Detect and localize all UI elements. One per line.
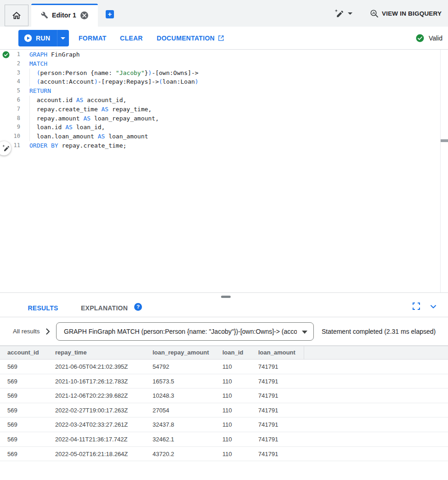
run-label: RUN bbox=[36, 34, 51, 42]
code-token: AS bbox=[83, 115, 91, 122]
help-icon[interactable]: ? bbox=[134, 303, 142, 311]
code-token: loan.id bbox=[29, 124, 65, 131]
dropdown-caret-icon bbox=[302, 331, 307, 334]
tab-results[interactable]: RESULTS bbox=[17, 300, 69, 316]
run-options-button[interactable] bbox=[57, 30, 69, 46]
table-cell: 569 bbox=[7, 447, 55, 461]
wrench-icon bbox=[41, 11, 48, 19]
magic-pen-icon bbox=[2, 144, 10, 152]
table-cell: 16573.5 bbox=[153, 374, 222, 389]
validation-status: Valid bbox=[416, 30, 442, 46]
code-line[interactable]: (account:Account)-[repay:Repays]->(loan:… bbox=[29, 77, 440, 86]
code-token bbox=[29, 78, 37, 85]
code-line[interactable]: repay.amount AS loan_repay_amount, bbox=[29, 114, 440, 123]
table-row: 5692022-05-02T16:21:18.264Z43720.2110741… bbox=[0, 447, 448, 462]
code-token bbox=[29, 69, 37, 76]
table-cell-spacer bbox=[304, 374, 448, 389]
line-number: 7 bbox=[0, 105, 27, 114]
code-token: account.id bbox=[29, 97, 76, 103]
play-icon bbox=[24, 34, 32, 42]
code-line[interactable]: MATCH bbox=[29, 59, 440, 69]
editor-scrollbar[interactable] bbox=[440, 50, 448, 292]
table-cell: 569 bbox=[7, 389, 55, 403]
code-line[interactable]: loan.loan_amount AS loan_amount bbox=[29, 132, 440, 141]
fullscreen-icon[interactable] bbox=[412, 302, 420, 310]
line-number: 8 bbox=[0, 114, 27, 123]
results-panel-header: RESULTS EXPLANATION ? bbox=[0, 293, 448, 317]
code-token: ) bbox=[94, 78, 98, 85]
format-button[interactable]: FORMAT bbox=[79, 30, 107, 46]
code-token: AS bbox=[65, 124, 73, 131]
external-link-icon bbox=[218, 35, 224, 41]
table-row: 5692022-02-27T19:00:17.263Z2705411074179… bbox=[0, 403, 448, 418]
table-cell-spacer bbox=[304, 417, 448, 432]
table-cell: 110 bbox=[222, 403, 258, 417]
column-header: repay_time bbox=[55, 346, 153, 359]
code-token: "Jacoby" bbox=[116, 69, 145, 76]
table-row: 5692022-03-24T02:33:27.261Z32437.8110741… bbox=[0, 417, 448, 432]
table-cell: 110 bbox=[222, 360, 258, 374]
code-token: repay.create_time bbox=[29, 106, 102, 113]
documentation-link[interactable]: DOCUMENTATION bbox=[157, 30, 224, 46]
code-line[interactable]: ORDER BY repay.create_time; bbox=[29, 141, 440, 150]
line-number: 5 bbox=[0, 86, 27, 96]
table-row: 5692021-10-16T17:26:12.783Z16573.5110741… bbox=[0, 374, 448, 389]
column-header: loan_repay_amount bbox=[153, 346, 222, 359]
table-cell: 741791 bbox=[258, 403, 304, 417]
table-cell: 43720.2 bbox=[153, 447, 222, 461]
table-cell: 2022-02-27T19:00:17.263Z bbox=[55, 403, 153, 417]
code-line[interactable]: (person:Person {name: "Jacoby"})-[own:Ow… bbox=[29, 69, 440, 78]
query-selector-row: All results GRAPH FinGraph MATCH (person… bbox=[0, 317, 448, 346]
gemini-edit-button[interactable] bbox=[0, 141, 11, 155]
table-cell: 569 bbox=[7, 360, 55, 374]
table-cell-spacer bbox=[304, 432, 448, 446]
code-token: repay.amount bbox=[29, 115, 83, 122]
query-dropdown[interactable]: GRAPH FinGraph MATCH (person:Person {nam… bbox=[56, 322, 314, 341]
code-token: loan_amount bbox=[105, 133, 148, 140]
editor-toolbar: RUN FORMAT CLEAR DOCUMENTATION Valid bbox=[0, 27, 448, 50]
code-token: MATCH bbox=[29, 60, 47, 67]
tab-explanation[interactable]: EXPLANATION bbox=[75, 300, 134, 316]
table-row: 5692021-12-06T20:22:39.682Z10248.3110741… bbox=[0, 389, 448, 403]
table-cell: 741791 bbox=[258, 389, 304, 403]
code-line[interactable]: loan.id AS loan_id, bbox=[29, 123, 440, 132]
table-cell: 32437.8 bbox=[153, 417, 222, 432]
add-tab-button[interactable]: + bbox=[106, 10, 114, 18]
code-line[interactable]: RETURN bbox=[29, 86, 440, 96]
table-row: 5692022-04-11T21:36:17.742Z32462.1110741… bbox=[0, 432, 448, 447]
tab-editor-1[interactable]: Editor 1 bbox=[31, 4, 98, 27]
code-token: AS bbox=[102, 106, 109, 113]
close-tab-icon[interactable] bbox=[80, 11, 88, 19]
code-lines[interactable]: GRAPH FinGraphMATCH (person:Person {name… bbox=[29, 50, 440, 150]
table-cell: 741791 bbox=[258, 360, 304, 374]
code-token: person:Person {name: bbox=[40, 69, 115, 76]
gemini-assist-menu[interactable] bbox=[334, 9, 352, 18]
line-number: 9 bbox=[0, 123, 27, 132]
code-token: repay.create_time; bbox=[58, 142, 127, 149]
panel-drag-handle[interactable] bbox=[221, 296, 231, 298]
table-cell: 741791 bbox=[258, 447, 304, 461]
code-line[interactable]: repay.create_time AS repay_time, bbox=[29, 105, 440, 114]
table-cell: 2022-04-11T21:36:17.742Z bbox=[55, 432, 153, 446]
table-cell-spacer bbox=[304, 403, 448, 417]
chevron-down-icon[interactable] bbox=[429, 302, 438, 311]
table-cell: 569 bbox=[7, 403, 55, 417]
home-tab-button[interactable] bbox=[5, 5, 28, 26]
code-line[interactable]: GRAPH FinGraph bbox=[29, 50, 440, 59]
code-token: loan_id, bbox=[73, 124, 105, 131]
code-token: loan_repay_amount, bbox=[91, 115, 159, 122]
chevron-right-icon[interactable] bbox=[46, 328, 50, 335]
table-cell-spacer bbox=[304, 360, 448, 374]
view-in-bigquery-button[interactable]: VIEW IN BIGQUERY bbox=[370, 9, 442, 18]
clear-button[interactable]: CLEAR bbox=[120, 30, 143, 46]
code-token: AS bbox=[98, 133, 105, 140]
table-cell: 54792 bbox=[153, 360, 222, 374]
code-editor[interactable]: 1234567891011 GRAPH FinGraphMATCH (perso… bbox=[0, 50, 448, 293]
results-table: account_idrepay_timeloan_repay_amountloa… bbox=[0, 346, 448, 461]
column-header: account_id bbox=[7, 346, 55, 359]
line-number: 6 bbox=[0, 96, 27, 105]
run-button[interactable]: RUN bbox=[18, 30, 57, 46]
code-token: repay_time, bbox=[108, 106, 152, 113]
table-cell: 32462.1 bbox=[153, 432, 222, 446]
code-line[interactable]: account.id AS account_id, bbox=[29, 96, 440, 105]
